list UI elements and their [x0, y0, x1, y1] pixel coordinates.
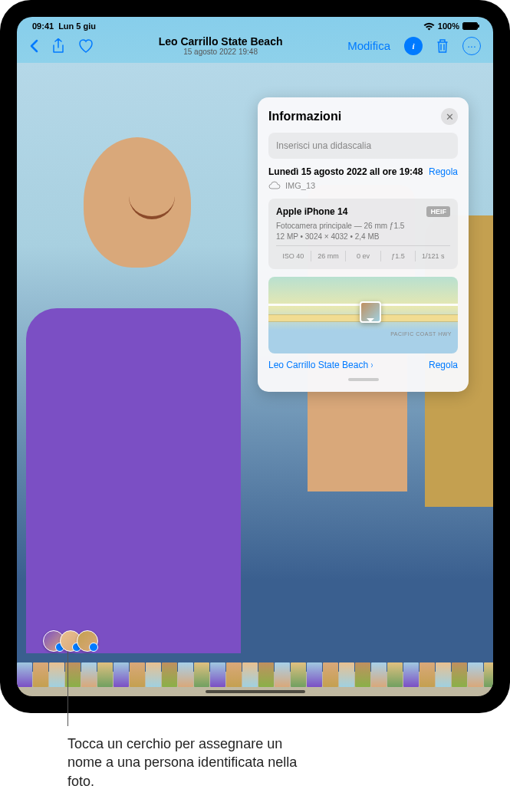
nav-title-area: Leo Carrillo State Beach 15 agosto 2022 …: [159, 35, 283, 56]
nav-bar: Leo Carrillo State Beach 15 agosto 2022 …: [17, 32, 493, 59]
exif-ev: 0 ev: [346, 251, 381, 261]
thumbnail[interactable]: [339, 662, 354, 687]
adjust-date-button[interactable]: Regola: [429, 166, 458, 177]
edit-button[interactable]: Modifica: [347, 39, 390, 52]
thumbnail[interactable]: [468, 662, 483, 687]
thumbnail[interactable]: [403, 662, 419, 687]
status-bar: 09:41 Lun 5 giu 100%: [17, 17, 493, 32]
thumbnail[interactable]: [97, 662, 113, 687]
thumbnail[interactable]: [452, 662, 467, 687]
thumbnail[interactable]: [210, 662, 225, 687]
thumbnail[interactable]: [146, 662, 161, 687]
thumbnail[interactable]: [81, 662, 97, 687]
thumbnail[interactable]: [242, 662, 258, 687]
exif-aperture: ƒ1.5: [381, 251, 416, 261]
adjust-location-button[interactable]: Regola: [429, 360, 458, 370]
thumbnail[interactable]: [226, 662, 242, 687]
info-button[interactable]: i: [404, 37, 423, 55]
location-link[interactable]: Leo Carrillo State Beach›: [268, 360, 373, 370]
people-circles: [43, 630, 98, 652]
thumbnail[interactable]: [484, 662, 493, 687]
status-date: Lun 5 giu: [58, 21, 96, 31]
thumbnail[interactable]: [420, 662, 435, 687]
share-button[interactable]: [52, 38, 64, 54]
photo-date: Lunedì 15 agosto 2022 all ore 19:48: [268, 166, 423, 177]
more-button[interactable]: ···: [462, 37, 481, 55]
thumbnail[interactable]: [291, 662, 306, 687]
thumbnail[interactable]: [258, 662, 274, 687]
thumbnail[interactable]: [17, 662, 32, 687]
filename: IMG_13: [285, 181, 315, 190]
back-button[interactable]: [29, 39, 38, 53]
location-map[interactable]: PACIFIC COAST HWY: [268, 277, 458, 353]
favorite-button[interactable]: [78, 39, 94, 53]
panel-title: Informazioni: [268, 110, 341, 123]
caption-input[interactable]: Inserisci una didascalia: [268, 133, 458, 159]
thumbnail[interactable]: [355, 662, 370, 687]
screen: 09:41 Lun 5 giu 100% Leo Carrillo State …: [17, 17, 493, 696]
photo-title: Leo Carrillo State Beach: [159, 35, 283, 48]
status-time: 09:41: [32, 21, 54, 31]
thumbnail[interactable]: [130, 662, 145, 687]
cloud-icon: [268, 180, 281, 191]
person-circle-3[interactable]: [77, 630, 98, 652]
wifi-icon: [423, 22, 435, 31]
ipad-frame: 09:41 Lun 5 giu 100% Leo Carrillo State …: [0, 0, 510, 713]
exif-focal: 26 mm: [311, 251, 347, 261]
thumbnail[interactable]: [114, 662, 129, 687]
lens-info: Fotocamera principale — 26 mm ƒ1.5: [276, 222, 450, 230]
battery-percent: 100%: [438, 21, 459, 31]
exif-shutter: 1/121 s: [416, 251, 450, 261]
thumbnail[interactable]: [436, 662, 451, 687]
camera-device: Apple iPhone 14: [276, 206, 347, 217]
thumbnail[interactable]: [178, 662, 193, 687]
thumbnail[interactable]: [194, 662, 209, 687]
delete-button[interactable]: [436, 38, 449, 54]
thumbnail[interactable]: [162, 662, 177, 687]
specs-info: 12 MP • 3024 × 4032 • 2,4 MB: [276, 232, 450, 241]
thumbnail[interactable]: [371, 662, 387, 687]
thumbnail-strip[interactable]: [17, 662, 493, 687]
thumbnail[interactable]: [275, 662, 290, 687]
exif-iso: ISO 40: [276, 251, 311, 261]
format-badge: HEIF: [426, 206, 450, 217]
map-pin[interactable]: [360, 301, 381, 323]
exif-panel: Apple iPhone 14 HEIF Fotocamera principa…: [268, 199, 458, 269]
thumbnail[interactable]: [307, 662, 322, 687]
photo-subtitle: 15 agosto 2022 19:48: [159, 48, 283, 56]
panel-grabber[interactable]: [348, 378, 379, 381]
info-panel: Informazioni ✕ Inserisci una didascalia …: [258, 97, 469, 392]
thumbnail[interactable]: [33, 662, 48, 687]
thumbnail[interactable]: [323, 662, 338, 687]
thumbnail[interactable]: [387, 662, 403, 687]
close-button[interactable]: ✕: [441, 108, 458, 125]
map-road-label: PACIFIC COAST HWY: [390, 331, 452, 337]
home-indicator[interactable]: [206, 690, 305, 693]
battery-icon: [462, 22, 478, 30]
thumbnail[interactable]: [49, 662, 64, 687]
